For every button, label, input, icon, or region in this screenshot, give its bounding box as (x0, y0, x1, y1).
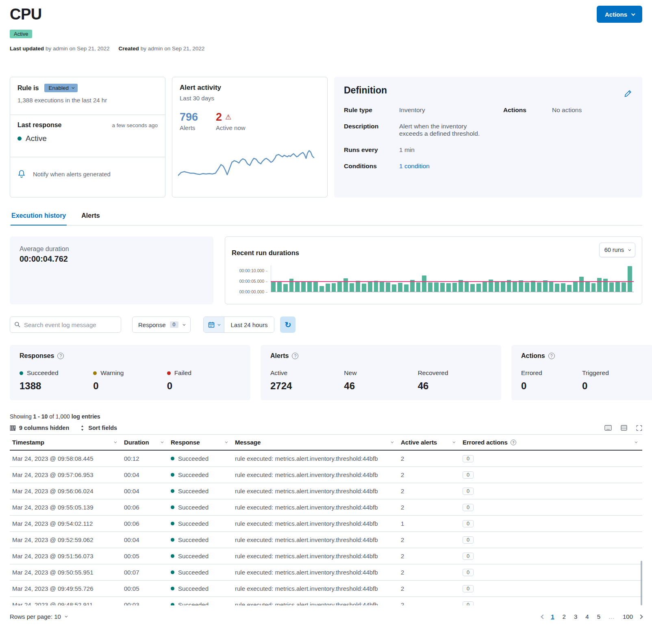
table-row[interactable]: Mar 24, 2023 @ 09:49:55.726 00:05 Succee… (10, 581, 642, 597)
page-number-3[interactable]: 3 (571, 612, 580, 621)
table-row[interactable]: Mar 24, 2023 @ 09:57:06.953 00:04 Succee… (10, 467, 642, 483)
response-filter-dropdown[interactable]: Response 0 (132, 317, 191, 333)
chevron-down-icon (225, 440, 228, 443)
table-row[interactable]: Mar 24, 2023 @ 09:50:55.951 00:07 Succee… (10, 564, 642, 581)
cell-response: Succeeded (168, 520, 233, 527)
y-tick-5s: 00:00:05.000 (232, 279, 267, 284)
chevron-down-icon (631, 12, 635, 16)
help-icon[interactable]: ? (511, 440, 516, 445)
page-number-1[interactable]: 1 (548, 612, 557, 621)
recent-run-durations-card: Recent run durations 60 runs 00:00:10.00… (225, 236, 642, 304)
pagination-ellipsis: … (606, 612, 617, 621)
chevron-down-icon (391, 440, 393, 443)
tab-execution-history[interactable]: Execution history (11, 212, 67, 226)
actions-button[interactable]: Actions (597, 6, 642, 23)
cell-errored-actions: 0 (460, 601, 642, 605)
succeeded-dot (171, 538, 174, 542)
filter-row: Response 0 Last 24 hours ↻ (10, 317, 642, 333)
duration-bar (476, 284, 481, 292)
next-page-button[interactable] (638, 614, 643, 619)
rule-details-page: CPU Actions Active Last updatedby admin … (0, 0, 652, 621)
duration-bar (537, 282, 541, 292)
conditions-link[interactable]: 1 condition (399, 163, 430, 169)
search-input[interactable] (24, 321, 117, 328)
table-row[interactable]: Mar 24, 2023 @ 09:56:06.024 00:04 Succee… (10, 483, 642, 499)
succeeded-dot (171, 489, 174, 493)
page-number-100[interactable]: 100 (620, 612, 636, 621)
recovered-value: 46 (418, 380, 491, 392)
column-header-message[interactable]: Message (233, 435, 398, 450)
column-header-duration[interactable]: Duration (122, 435, 168, 450)
alert-activity-sparkline (178, 147, 315, 186)
sort-icon (80, 425, 85, 431)
response-count-badge: 0 (170, 321, 178, 328)
cell-errored-actions: 0 (460, 455, 642, 462)
tab-alerts[interactable]: Alerts (80, 212, 100, 225)
scrollbar-thumb[interactable] (641, 561, 642, 605)
y-tick-0s: 00:00:00.000 (232, 289, 267, 294)
help-icon[interactable]: ? (292, 353, 298, 359)
refresh-button[interactable]: ↻ (280, 317, 296, 333)
notify-label: Notify when alerts generated (33, 171, 111, 178)
alerts-count-label: Alerts (180, 124, 198, 131)
edit-pencil-icon[interactable] (624, 90, 632, 97)
cell-message: rule executed: metrics.alert.inventory.t… (233, 488, 398, 494)
table-row[interactable]: Mar 24, 2023 @ 09:52:59.062 00:04 Succee… (10, 532, 642, 548)
cell-timestamp: Mar 24, 2023 @ 09:49:55.726 (10, 585, 122, 592)
alerts-count: 796 (180, 111, 198, 124)
table-row[interactable]: Mar 24, 2023 @ 09:54:02.112 00:06 Succee… (10, 516, 642, 532)
cell-active-alerts: 2 (398, 488, 460, 494)
sparkline-path (178, 151, 314, 176)
grid-toolbar: 9 columns hidden Sort fields (10, 425, 642, 434)
column-header-active-alerts[interactable]: Active alerts (398, 435, 460, 450)
succeeded-value: 1388 (20, 380, 93, 392)
errored-actions-badge: 0 (463, 455, 474, 462)
stat-new: New 46 (344, 369, 417, 392)
columns-hidden-button[interactable]: 9 columns hidden (10, 425, 69, 431)
table-row[interactable]: Mar 24, 2023 @ 09:51:56.073 00:05 Succee… (10, 548, 642, 564)
last-updated-value: by admin on Sep 21, 2022 (46, 46, 110, 52)
cell-timestamp: Mar 24, 2023 @ 09:52:59.062 (10, 536, 122, 543)
display-density-icon[interactable] (621, 425, 627, 431)
duration-bar (591, 283, 596, 292)
table-row[interactable]: Mar 24, 2023 @ 09:48:52.911 00:03 Succee… (10, 597, 642, 605)
responses-panel: Responses ? Succeeded 1388 Warning 0 Fai… (10, 345, 250, 400)
succeeded-dot (171, 505, 174, 509)
rule-meta: Last updatedby admin on Sep 21, 2022 Cre… (10, 46, 642, 52)
keyboard-shortcuts-icon[interactable] (604, 425, 612, 431)
columns-icon (10, 425, 16, 431)
time-range-button[interactable]: Last 24 hours (224, 317, 274, 332)
enabled-dropdown[interactable]: Enabled (44, 84, 78, 92)
alerts-stat: 796 Alerts (180, 111, 198, 131)
cell-message: rule executed: metrics.alert.inventory.t… (233, 455, 398, 462)
help-icon[interactable]: ? (548, 353, 555, 359)
duration-bar (283, 284, 288, 292)
warning-dot (93, 371, 97, 375)
triggered-value: 0 (582, 380, 643, 392)
column-header-timestamp[interactable]: Timestamp (10, 435, 122, 450)
page-number-5[interactable]: 5 (594, 612, 603, 621)
sort-fields-button[interactable]: Sort fields (80, 425, 117, 431)
fullscreen-icon[interactable] (636, 425, 642, 431)
duration-bar (398, 283, 402, 292)
cell-duration: 00:04 (122, 536, 168, 543)
cell-timestamp: Mar 24, 2023 @ 09:51:56.073 (10, 553, 122, 559)
table-row[interactable]: Mar 24, 2023 @ 09:55:05.139 00:06 Succee… (10, 499, 642, 516)
page-number-2[interactable]: 2 (560, 612, 569, 621)
rows-per-page-dropdown[interactable]: Rows per page: 10 (10, 613, 67, 620)
cell-active-alerts: 2 (398, 471, 460, 478)
page-number-4[interactable]: 4 (582, 612, 591, 621)
rule-status-card: Rule is Enabled 1,388 executions in the … (10, 77, 165, 197)
runs-count-dropdown[interactable]: 60 runs (599, 243, 635, 257)
table-row[interactable]: Mar 24, 2023 @ 09:58:08.445 00:12 Succee… (10, 451, 642, 467)
page-header: CPU Actions (10, 6, 642, 23)
pagination: 12345…100 (541, 612, 642, 621)
cell-message: rule executed: metrics.alert.inventory.t… (233, 585, 398, 592)
previous-page-button[interactable] (541, 614, 546, 619)
duration-bar (416, 282, 421, 292)
column-header-errored-actions[interactable]: Errored actions ? (460, 435, 642, 450)
quick-select-menu[interactable] (204, 317, 224, 332)
calendar-icon (208, 321, 215, 328)
column-header-response[interactable]: Response (168, 435, 233, 450)
help-icon[interactable]: ? (57, 353, 64, 359)
